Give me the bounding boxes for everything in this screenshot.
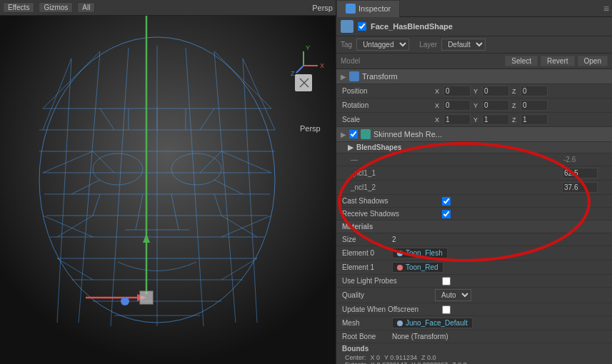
update-offscreen-label: Update When Offscreen [342,305,442,313]
inspector-tab-label: Inspector [358,4,391,13]
tag-layer-row: Tag Untagged Layer Default [336,36,612,54]
receive-shadows-checkbox[interactable] [442,210,451,218]
all-button[interactable]: All [77,2,95,13]
center-label: Center: [345,354,366,361]
element1-dot [397,265,403,271]
sx-label: X [435,116,442,123]
gizmos-button[interactable]: Gizmos [39,2,73,13]
rotation-row: Rotation X Y Z [336,98,612,113]
rotation-label: Rotation [342,101,435,109]
blend-shapes-header[interactable]: ▶ BlendShapes [336,142,612,153]
cast-shadows-checkbox[interactable] [442,197,451,206]
skinned-arrow: ▶ [341,131,346,138]
ncl1-2-input[interactable] [562,182,598,193]
scale-y-group: Y [473,114,509,125]
mesh-dot [397,320,403,326]
model-action-row: Model Select Revert Open [336,54,612,69]
ncl1-1-row: _ncl1_1 [336,166,612,181]
select-button[interactable]: Select [505,56,538,66]
size-row: Size 2 [336,233,612,246]
viewport-toolbar: Effects Gizmos All Persp [0,0,336,16]
inspector-tab[interactable]: Inspector [336,0,400,17]
position-x-input[interactable] [443,86,471,96]
element0-value: Toon_Flesh [406,249,443,257]
z-label: Z [512,88,519,95]
bounds-extents-row: Extents X 0.6720147 Y 0.9882967 Z 0.8... [342,361,606,364]
element0-label: Element 0 [342,249,392,257]
layer-label: Layer [419,41,437,49]
scene-background: Persp Y X Z [0,16,336,364]
position-z-input[interactable] [521,86,548,96]
rotation-z-input[interactable] [521,100,548,111]
root-bone-label: Root Bone [342,333,392,340]
quality-dropdown[interactable]: Auto [435,289,471,301]
svg-rect-0 [0,16,336,364]
svg-text:X: X [320,62,324,69]
scale-z-input[interactable] [521,114,548,125]
skinned-mesh-name: Skinned Mesh Re... [373,130,442,138]
bounds-section: Bounds Center: X 0 Y 0.911234 Z 0.0 Exte… [336,343,612,364]
element1-label: Element 1 [342,263,392,271]
ncl1-2-label: _ncl1_2 [351,183,562,191]
position-y-input[interactable] [482,86,509,96]
position-z-group: Z [512,86,548,96]
materials-header-row: Materials [336,221,612,233]
transform-header[interactable]: ▶ Transform [336,69,612,84]
layer-dropdown[interactable]: Default [441,39,486,51]
inspector-content[interactable]: Face_HasBlendShape Tag Untagged Layer De… [336,17,612,364]
use-light-probes-row: Use Light Probes [336,275,612,288]
mesh-object[interactable]: Juno_Face_Default [392,318,473,328]
position-x-group: X [435,86,471,96]
collapse-button[interactable]: ≡ [603,3,609,14]
sz-label: Z [512,116,519,123]
blend-default-row: — -2.6 [336,153,612,166]
quality-row: Quality Auto [336,288,612,303]
rotation-y-input[interactable] [482,100,509,111]
svg-text:Z: Z [291,70,295,77]
mesh-value: Juno_Face_Default [406,319,468,327]
ncl1-2-row: _ncl1_2 [336,181,612,195]
mesh-row: Mesh Juno_Face_Default [336,316,612,330]
open-button[interactable]: Open [578,56,608,66]
update-offscreen-checkbox[interactable] [442,305,451,314]
scale-label: Scale [342,116,435,123]
blend-shapes-label: BlendShapes [356,143,401,151]
element0-object[interactable]: Toon_Flesh [392,248,448,258]
ncl1-1-input[interactable] [562,168,598,178]
gameobject-name[interactable]: Face_HasBlendShape [371,22,453,31]
rotation-z-group: Z [512,100,548,111]
rotation-y-group: Y [473,100,509,111]
extents-label: Extents [345,361,366,364]
ncl1-1-label: _ncl1_1 [351,169,562,177]
rotation-x-group: X [435,100,471,111]
blend-default-label: — [351,156,562,163]
viewport[interactable]: Effects Gizmos All Persp [0,0,336,364]
blend-shapes-arrow: ▶ [348,143,353,151]
tag-dropdown[interactable]: Untagged [356,39,409,51]
scale-x-input[interactable] [443,114,471,125]
scale-z-group: Z [512,114,548,125]
skinned-active-checkbox[interactable] [349,130,358,138]
rx-label: X [435,102,442,109]
model-label: Model [341,57,360,65]
revert-button[interactable]: Revert [541,56,574,66]
extents-x: X 0.6720147 [371,361,407,364]
gameobject-icon [341,20,353,33]
element0-row: Element 0 Toon_Flesh [336,246,612,261]
scale-x-group: X [435,114,471,125]
svg-point-52 [121,297,129,305]
effects-button[interactable]: Effects [3,2,34,13]
cast-shadows-label: Cast Shadows [342,197,442,205]
element1-object[interactable]: Toon_Red [392,262,443,273]
rotation-x-input[interactable] [443,100,471,111]
bounds-center-row: Center: X 0 Y 0.911234 Z 0.0 [342,354,606,361]
scale-row: Scale X Y Z [336,113,612,127]
gameobject-header: Face_HasBlendShape [336,17,612,36]
use-light-probes-checkbox[interactable] [442,277,451,285]
gameobject-active-checkbox[interactable] [358,22,366,31]
skinned-mesh-header[interactable]: ▶ Skinned Mesh Re... [336,127,612,142]
center-x: X 0 [371,354,381,361]
viewport-canvas[interactable]: Persp Y X Z [0,16,336,364]
svg-text:Persp: Persp [300,124,321,133]
scale-y-input[interactable] [482,114,509,125]
